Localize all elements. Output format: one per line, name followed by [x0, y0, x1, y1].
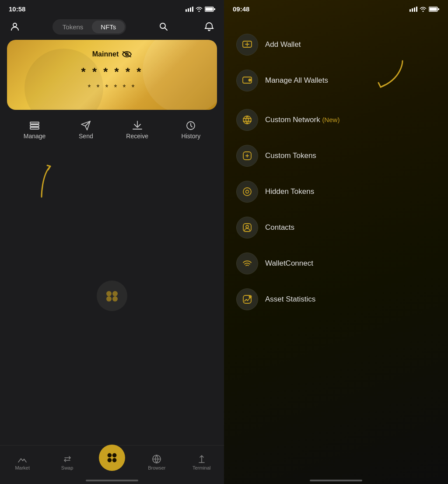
- action-buttons: Manage Send Receive History: [0, 117, 224, 147]
- status-bar-right: 09:48: [224, 0, 448, 15]
- search-icon[interactable]: [156, 19, 172, 35]
- card-balance-primary: * * * * * *: [18, 65, 206, 79]
- history-button[interactable]: History: [182, 120, 201, 140]
- svg-rect-5: [214, 8, 215, 10]
- svg-rect-10: [30, 122, 39, 124]
- menu-item-wallet-connect[interactable]: WalletConnect: [234, 247, 438, 280]
- svg-point-18: [108, 453, 112, 458]
- svg-rect-0: [186, 9, 187, 12]
- contacts-icon: [236, 217, 258, 238]
- menu-item-custom-tokens[interactable]: Custom Tokens: [234, 140, 438, 172]
- menu-item-asset-statistics[interactable]: Asset Statistics: [234, 283, 438, 316]
- nav-swap[interactable]: Swap: [54, 454, 80, 470]
- svg-rect-11: [30, 125, 39, 126]
- svg-rect-1: [188, 8, 189, 12]
- nav-tabs: Tokens NFTs: [52, 19, 126, 35]
- svg-rect-2: [190, 7, 191, 12]
- menu-item-hidden-tokens[interactable]: Hidden Tokens: [234, 175, 438, 208]
- status-icons-right: [410, 7, 439, 12]
- fab-logo[interactable]: [99, 445, 125, 471]
- time-left: 10:58: [9, 5, 25, 13]
- menu-label-custom-network: Custom Network (New): [265, 116, 340, 124]
- home-indicator-right: [310, 480, 362, 481]
- menu-item-add-wallet[interactable]: Add Wallet: [234, 28, 438, 61]
- manage-wallets-icon: [236, 70, 258, 91]
- app-logo-center: [97, 281, 127, 311]
- send-label: Send: [79, 133, 93, 140]
- home-indicator-left: [86, 480, 138, 481]
- bell-icon[interactable]: [201, 19, 217, 35]
- tab-nfts[interactable]: NFTs: [92, 21, 125, 33]
- menu-label-hidden-tokens: Hidden Tokens: [265, 187, 314, 196]
- tab-tokens[interactable]: Tokens: [54, 21, 92, 33]
- svg-rect-26: [416, 7, 417, 12]
- svg-point-21: [112, 458, 117, 463]
- history-label: History: [182, 133, 201, 140]
- nav-market-label: Market: [15, 465, 30, 470]
- svg-point-19: [112, 453, 117, 458]
- svg-point-17: [112, 296, 118, 302]
- card-balance-secondary: * * * * * *: [18, 83, 206, 92]
- right-panel: 09:48: [224, 0, 448, 484]
- wallet-card: Mainnet * * * * * * * * * * * *: [7, 40, 217, 110]
- send-button[interactable]: Send: [79, 120, 93, 140]
- svg-point-32: [249, 79, 251, 81]
- manage-button[interactable]: Manage: [24, 120, 46, 140]
- manage-label: Manage: [24, 133, 46, 140]
- hidden-tokens-icon: [236, 181, 258, 203]
- svg-point-35: [243, 188, 251, 196]
- svg-rect-29: [430, 7, 437, 11]
- svg-rect-28: [438, 8, 439, 10]
- menu-label-manage-wallets: Manage All Wallets: [265, 76, 328, 85]
- svg-rect-24: [412, 8, 413, 12]
- status-bar-left: 10:58: [0, 0, 224, 15]
- battery-icon-right: [429, 7, 439, 12]
- svg-point-38: [246, 225, 248, 228]
- svg-point-15: [112, 291, 118, 296]
- nav-market[interactable]: Market: [9, 454, 35, 470]
- nav-browser-label: Browser: [148, 465, 165, 470]
- svg-point-16: [106, 296, 112, 302]
- svg-point-33: [243, 116, 251, 124]
- new-badge: (New): [322, 116, 340, 123]
- svg-point-20: [108, 458, 112, 463]
- menu-list: Add Wallet Manage All Wallets: [224, 15, 448, 484]
- eye-slash-icon[interactable]: [122, 51, 132, 58]
- wifi-icon-left: [196, 7, 203, 12]
- menu-label-contacts: Contacts: [265, 223, 294, 232]
- status-icons-left: [186, 7, 215, 12]
- svg-rect-12: [30, 127, 39, 129]
- time-right: 09:48: [233, 5, 249, 13]
- menu-item-custom-network[interactable]: Custom Network (New): [234, 104, 438, 136]
- battery-icon-left: [205, 7, 215, 12]
- receive-button[interactable]: Receive: [126, 120, 148, 140]
- menu-item-contacts[interactable]: Contacts: [234, 211, 438, 244]
- left-panel: 10:58: [0, 0, 224, 484]
- menu-label-wallet-connect: WalletConnect: [265, 259, 313, 268]
- svg-point-36: [246, 190, 249, 193]
- center-area: [0, 147, 224, 445]
- svg-point-7: [13, 23, 17, 27]
- wifi-icon-right: [420, 7, 427, 12]
- arrow-manage-wallets-annotation: [368, 56, 411, 96]
- signal-icon-right: [410, 7, 417, 12]
- top-nav: Tokens NFTs: [0, 15, 224, 40]
- nav-terminal[interactable]: Terminal: [189, 454, 215, 470]
- svg-point-40: [249, 296, 252, 298]
- wallet-connect-icon: [236, 253, 258, 274]
- asset-statistics-icon: [236, 288, 258, 310]
- nav-browser[interactable]: Browser: [144, 454, 170, 470]
- svg-rect-3: [192, 7, 193, 12]
- bottom-nav: Market Swap: [0, 445, 224, 484]
- nav-fab[interactable]: [99, 445, 125, 471]
- signal-icon-left: [186, 7, 193, 12]
- svg-point-14: [106, 291, 112, 296]
- nav-swap-label: Swap: [61, 465, 74, 470]
- menu-label-asset-statistics: Asset Statistics: [265, 295, 315, 304]
- menu-label-custom-tokens: Custom Tokens: [265, 151, 316, 160]
- custom-network-icon: [236, 109, 258, 131]
- profile-icon[interactable]: [7, 19, 23, 35]
- receive-label: Receive: [126, 133, 148, 140]
- svg-rect-25: [414, 7, 415, 12]
- card-network-label: Mainnet: [92, 50, 119, 58]
